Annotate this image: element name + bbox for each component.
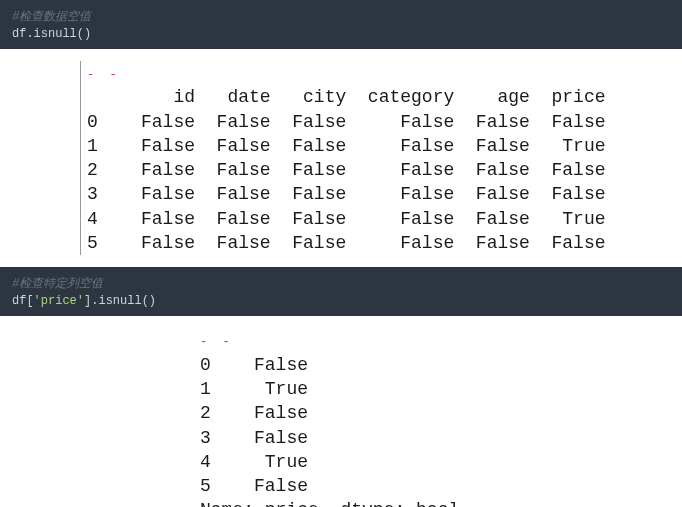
dataframe-output: - - id date city category age price 0 Fa… [80, 61, 662, 255]
table-rows: 0 False False False False False False 1 … [87, 112, 605, 253]
series-footer: Name: price, dtype: bool [200, 500, 459, 507]
code-line-1: df.isnull() [12, 27, 670, 41]
table-header-row: id date city category age price [87, 87, 605, 107]
series-output: - - 0 False 1 True 2 False 3 False 4 Tru… [200, 328, 662, 507]
comment-2: #检查特定列空值 [12, 275, 670, 292]
code-line-2: df['price'].isnull() [12, 294, 670, 308]
output-block-2: - - 0 False 1 True 2 False 3 False 4 Tru… [0, 316, 682, 507]
comment-1: #检查数据空值 [12, 8, 670, 25]
output-block-1: - - id date city category age price 0 Fa… [0, 49, 682, 267]
code-cell-1: #检查数据空值 df.isnull() [0, 0, 682, 49]
code-cell-2: #检查特定列空值 df['price'].isnull() [0, 267, 682, 316]
